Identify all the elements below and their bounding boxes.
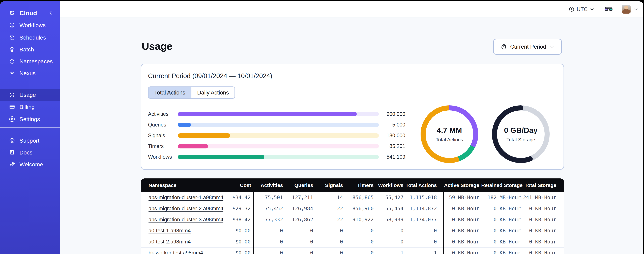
total-storage-donut: 0 GB/Day Total Storage <box>489 102 553 166</box>
timezone-label: UTC <box>576 6 588 12</box>
col-header-queries: Queries <box>285 182 315 188</box>
timezone-selector[interactable]: UTC <box>568 6 594 12</box>
bar-row-workflows: Workflows 541,109 <box>148 155 405 159</box>
sidebar-item-label: Support <box>20 138 40 144</box>
bar-row-signals: Signals 130,000 <box>148 133 405 138</box>
sidebar-item-batch[interactable]: Batch <box>0 44 60 56</box>
sidebar-item-support[interactable]: Support <box>0 134 60 146</box>
cost-cell: $38.42 <box>203 217 253 222</box>
total-actions-cell: 1,115,018 <box>406 194 439 200</box>
signals-cell: 22 <box>315 217 345 222</box>
sidebar-collapse-icon[interactable] <box>48 10 54 16</box>
bar-label: Signals <box>148 132 178 138</box>
sidebar-item-label: Usage <box>20 92 36 98</box>
col-header-signals: Signals <box>315 182 345 188</box>
total-actions-cell: 0 <box>406 228 439 234</box>
rocket-icon <box>9 161 15 168</box>
active-storage-cell: 0 KB-Hour <box>444 250 481 254</box>
bar-track <box>178 123 379 127</box>
bar-value: 130,000 <box>379 132 405 138</box>
bar-fill <box>178 112 357 116</box>
active-storage-cell: 0 KB-Hour <box>444 206 481 212</box>
table-divider <box>252 192 254 254</box>
col-header-timers: Timers <box>345 182 376 188</box>
sidebar-item-label: Billing <box>20 104 35 110</box>
table-row: bk-worker-test.a98mm4 $0.00 0 0 0 0 1 1 … <box>141 248 564 254</box>
table-row: abs-migration-cluster-2.a98mm4 $29.32 75… <box>141 203 564 214</box>
activities-cell: 77,332 <box>254 217 285 222</box>
col-header-retained-storage: Retained Storage <box>481 182 523 188</box>
sidebar: Cloud Workflows Schedules Batch <box>0 1 60 254</box>
user-avatar[interactable] <box>622 5 630 14</box>
sidebar-item-schedules[interactable]: Schedules <box>0 32 60 44</box>
namespace-link[interactable]: a0-test-1.a98mm4 <box>148 228 191 234</box>
sidebar-item-label: Workflows <box>20 22 46 28</box>
sidebar-item-namespaces[interactable]: Namespaces <box>0 55 60 67</box>
donut-caption: Total Actions <box>436 137 463 142</box>
cost-cell: $0.00 <box>203 228 253 234</box>
signals-cell: 22 <box>315 206 345 212</box>
cost-cell: $29.32 <box>203 206 253 212</box>
donut-value: 4.7 MM <box>437 126 462 135</box>
bar-value: 900,000 <box>379 111 405 117</box>
chevron-down-icon[interactable] <box>633 6 638 12</box>
period-selector-button[interactable]: Current Period <box>493 39 562 54</box>
table-row: a0-test-1.a98mm4 $0.00 0 0 0 0 0 0 0 KB-… <box>141 225 564 236</box>
sidebar-item-nexus[interactable]: Nexus <box>0 67 60 79</box>
sidebar-item-billing[interactable]: Billing <box>0 101 60 113</box>
bar-track <box>178 155 379 159</box>
life-buoy-icon <box>9 138 15 144</box>
labs-glasses-icon[interactable] <box>605 7 612 12</box>
sidebar-item-label: Nexus <box>20 70 36 76</box>
active-storage-cell: 59 MB-Hour <box>444 194 481 200</box>
col-header-active-storage: Active Storage <box>444 182 481 188</box>
bar-row-activities: Activities 900,000 <box>148 112 405 116</box>
page-title: Usage <box>142 40 172 52</box>
topbar: UTC <box>60 1 643 18</box>
total-storage-cell: 241 MB-Hour <box>523 194 558 200</box>
namespace-link[interactable]: bk-worker-test.a98mm4 <box>148 250 203 254</box>
total-actions-cell: 1,174,077 <box>406 217 439 222</box>
sidebar-item-docs[interactable]: Docs <box>0 146 60 158</box>
signals-cell: 0 <box>315 250 345 254</box>
bar-label: Timers <box>148 143 178 149</box>
total-storage-cell: 0 KB-Hour <box>523 250 558 254</box>
table-body: abs-migration-cluster-1.a98mm4 $34.42 75… <box>141 192 564 254</box>
gear-icon <box>9 116 15 122</box>
col-header-cost: Cost <box>203 182 253 188</box>
retained-storage-cell: 0 KB-Hour <box>481 228 523 234</box>
table-row: a0-test-2.a98mm4 $0.00 0 0 0 0 0 0 0 KB-… <box>141 236 564 248</box>
queries-cell: 0 <box>285 228 315 234</box>
tab-daily-actions[interactable]: Daily Actions <box>192 87 234 98</box>
tab-total-actions[interactable]: Total Actions <box>148 87 192 98</box>
book-icon <box>9 150 15 156</box>
temporal-logo-icon <box>9 10 15 16</box>
bar-value: 541,109 <box>379 154 405 160</box>
queries-cell: 126,862 <box>285 217 315 222</box>
retained-storage-cell: 0 KB-Hour <box>481 217 523 222</box>
activities-cell: 0 <box>254 228 285 234</box>
namespace-link[interactable]: a0-test-2.a98mm4 <box>148 239 191 244</box>
workflows-cell: 0 <box>376 239 406 244</box>
chevron-down-icon <box>550 44 554 49</box>
signals-cell: 14 <box>315 194 345 200</box>
retained-storage-cell: 0 KB-Hour <box>481 239 523 244</box>
timers-cell: 0 <box>345 228 376 234</box>
bar-label: Activities <box>148 111 178 117</box>
bar-value: 5,000 <box>379 122 405 128</box>
nexus-icon <box>9 70 15 76</box>
activities-cell: 75,501 <box>254 194 285 200</box>
workflows-cell: 1 <box>376 250 406 254</box>
sidebar-item-settings[interactable]: Settings <box>0 113 60 125</box>
bar-value: 85,201 <box>379 143 405 149</box>
total-storage-cell: 0 KB-Hour <box>523 228 558 234</box>
bar-track <box>178 144 379 148</box>
workflows-cell: 58,939 <box>376 217 406 222</box>
sidebar-item-workflows[interactable]: Workflows <box>0 19 60 31</box>
sidebar-item-label: Batch <box>20 46 34 53</box>
activities-cell: 75,452 <box>254 206 285 212</box>
sidebar-item-welcome[interactable]: Welcome <box>0 158 60 170</box>
total-actions-cell: 1 <box>406 250 439 254</box>
sidebar-item-label: Namespaces <box>20 58 53 65</box>
sidebar-item-usage[interactable]: Usage <box>0 89 60 101</box>
